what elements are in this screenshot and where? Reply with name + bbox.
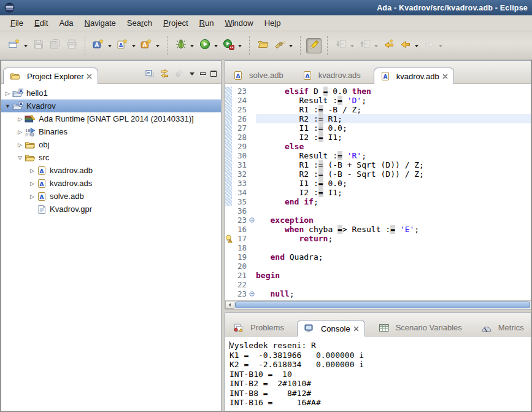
- code-line[interactable]: 29 else: [225, 142, 531, 151]
- view-menu-button[interactable]: [188, 69, 196, 78]
- new-ada-source-dropdown[interactable]: [130, 38, 137, 53]
- menu-project[interactable]: Project: [158, 17, 193, 29]
- menu-navigate[interactable]: Navigate: [79, 17, 121, 29]
- new-ada-project-dropdown[interactable]: [106, 38, 114, 53]
- console-output[interactable]: Vysledek reseni: RK1 = -0.381966 0.00000…: [225, 336, 531, 411]
- code-line[interactable]: 34 I2 := I1;: [225, 188, 531, 197]
- expander-icon[interactable]: ▷: [28, 168, 36, 174]
- code-line[interactable]: 31 R1 := (-B + Sqrt (D)) / Z;: [225, 160, 531, 169]
- tab-problems[interactable]: Problems: [227, 319, 290, 336]
- titlebar[interactable]: Ada - Kvadrov/src/kvadrov.adb - Eclipse: [0, 0, 532, 15]
- run-button[interactable]: [197, 38, 212, 53]
- run-external-button[interactable]: [221, 38, 236, 53]
- menu-search[interactable]: Search: [121, 17, 158, 29]
- tree-item-binaries[interactable]: ▷1001Binaries: [1, 125, 221, 138]
- back-dropdown[interactable]: [413, 38, 420, 53]
- code-line[interactable]: 18: [225, 243, 531, 252]
- code-line[interactable]: 33 I1 := 0.0;: [225, 179, 531, 188]
- changed-line-marker: [225, 160, 232, 169]
- code-line[interactable]: 16 when chyba => Result := 'E';: [225, 225, 531, 234]
- mark-occurrences-button[interactable]: [306, 38, 322, 53]
- tree-item-kvadrov-ads[interactable]: ▷Akvadrov.ads: [1, 177, 221, 190]
- code-line[interactable]: 36: [225, 206, 531, 216]
- new-ada-package-dropdown[interactable]: [154, 38, 161, 53]
- tab-metrics[interactable]: Metrics: [475, 319, 530, 336]
- back-button[interactable]: [398, 38, 413, 53]
- code-line[interactable]: 26 R2 := R1;: [225, 114, 531, 123]
- editor-horizontal-scrollbar[interactable]: [225, 300, 531, 309]
- link-with-editor-button[interactable]: [159, 69, 170, 79]
- line-number: 21: [232, 271, 249, 280]
- open-element-button[interactable]: [255, 38, 271, 53]
- expander-icon[interactable]: ▷: [16, 129, 24, 135]
- code-line[interactable]: 32 R2 := (-B - Sqrt (D)) / Z;: [225, 169, 531, 179]
- tab-scenario-variables[interactable]: Scenario Variables: [372, 319, 468, 336]
- expander-icon[interactable]: ▷: [16, 116, 24, 122]
- expander-icon[interactable]: ▷: [4, 90, 12, 96]
- last-edit-location-button[interactable]: [381, 38, 396, 53]
- code-line[interactable]: 22: [225, 280, 531, 289]
- menu-run[interactable]: Run: [194, 17, 220, 29]
- tree-item-kvadrov-adb[interactable]: ▷Akvadrov.adb: [1, 164, 221, 177]
- code-line[interactable]: 23 elsif D = 0.0 then: [225, 87, 531, 96]
- new-ada-project-button[interactable]: A: [91, 38, 106, 53]
- code-line[interactable]: 20: [225, 262, 531, 271]
- code-line[interactable]: 23 null;: [225, 289, 531, 298]
- fold-marker[interactable]: [249, 289, 256, 298]
- debug-dropdown[interactable]: [188, 38, 196, 53]
- menu-edit[interactable]: Edit: [29, 17, 53, 29]
- close-icon[interactable]: [442, 72, 448, 81]
- maximize-button[interactable]: [210, 71, 217, 77]
- code-line[interactable]: 25 R1 := -B / Z;: [225, 105, 531, 114]
- code-line[interactable]: 35 end if;: [225, 197, 531, 206]
- expander-icon[interactable]: ▼: [4, 103, 12, 109]
- fold-column: [249, 179, 256, 188]
- close-icon[interactable]: [353, 324, 359, 333]
- debug-button[interactable]: [173, 38, 188, 53]
- new-wizard-dropdown[interactable]: [22, 38, 29, 53]
- new-ada-source-button[interactable]: A: [115, 38, 130, 53]
- tab-project-explorer[interactable]: Project Explorer: [3, 68, 98, 84]
- code-line[interactable]: 21begin: [225, 271, 531, 280]
- expander-icon[interactable]: ▽: [16, 155, 24, 161]
- expander-icon[interactable]: ▷: [16, 142, 24, 148]
- code-line[interactable]: 23 exception: [225, 216, 531, 225]
- fold-column: [249, 206, 256, 216]
- code-line[interactable]: 24 Result := 'D';: [225, 96, 531, 105]
- menu-help[interactable]: Help: [259, 17, 287, 29]
- code-line[interactable]: 28 I2 := I1;: [225, 133, 531, 142]
- run-dropdown[interactable]: [212, 38, 220, 53]
- tree-item-obj[interactable]: ▷obj: [1, 138, 221, 151]
- tree-item-ada-runtime-gnat-gpl-2014-20140331[interactable]: ▷Ada Runtime [GNAT GPL 2014 (20140331)]: [1, 112, 221, 125]
- editor-tab-solve-adb[interactable]: Asolve.adb: [227, 67, 289, 84]
- new-wizard-button[interactable]: [7, 38, 22, 53]
- tree-item-solve-adb[interactable]: ▷Asolve.adb: [1, 190, 221, 203]
- code-line[interactable]: !17 return;: [225, 234, 531, 243]
- editor-tab-kvadrov-adb[interactable]: Akvadrov.adb: [374, 68, 454, 84]
- search-button[interactable]: [272, 38, 287, 53]
- scrollbar-thumb[interactable]: [235, 301, 530, 308]
- expander-icon[interactable]: ▷: [28, 181, 36, 187]
- tree-item-kvadrov-gpr[interactable]: Kvadrov.gpr: [1, 203, 221, 216]
- code-line[interactable]: 30 Result := 'R';: [225, 151, 531, 160]
- run-external-dropdown[interactable]: [236, 38, 244, 53]
- menu-file[interactable]: File: [5, 17, 29, 29]
- tree-item-kvadrov[interactable]: ▼AKvadrov: [1, 99, 221, 112]
- menu-window[interactable]: Window: [219, 17, 258, 29]
- tree-item-hello1[interactable]: ▷Ahello1: [1, 87, 221, 99]
- collapse-all-button[interactable]: [145, 69, 155, 79]
- tab-console[interactable]: Console: [297, 320, 365, 336]
- fold-marker[interactable]: [249, 216, 256, 225]
- new-ada-package-button[interactable]: A: [139, 38, 154, 53]
- code-editor[interactable]: 23 elsif D = 0.0 then24 Result := 'D';25…: [225, 84, 531, 300]
- code-line[interactable]: 27 I1 := 0.0;: [225, 123, 531, 133]
- editor-tab-kvadrov-ads[interactable]: Akvadrov.ads: [296, 67, 366, 84]
- search-dropdown[interactable]: [287, 38, 295, 53]
- scroll-left-button[interactable]: [225, 301, 234, 309]
- minimize-button[interactable]: [200, 72, 206, 75]
- expander-icon[interactable]: ▷: [28, 193, 36, 200]
- menu-ada[interactable]: Ada: [53, 17, 79, 29]
- code-line[interactable]: 19 end Quadra;: [225, 252, 531, 262]
- close-icon[interactable]: [87, 72, 92, 81]
- tree-item-src[interactable]: ▽src: [1, 151, 221, 164]
